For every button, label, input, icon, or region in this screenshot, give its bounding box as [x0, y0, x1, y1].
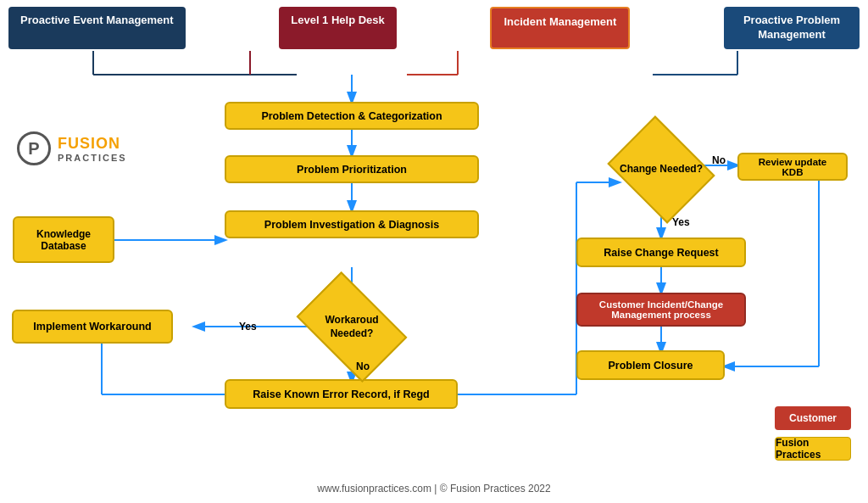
process-prioritization: Problem Prioritization [225, 155, 479, 183]
process-raise-known-error: Raise Known Error Record, if Regd [225, 379, 458, 409]
diamond-workaround: Workaroud Needed? [305, 295, 398, 359]
fusion-main-text: FUSION [58, 135, 127, 153]
swimlane-label-level1: Level 1 Help Desk [279, 7, 397, 49]
label-yes-workaround: Yes [239, 321, 257, 333]
fusion-sub-text: PRACTICES [58, 153, 127, 163]
legend-item-customer: Customer [775, 406, 851, 430]
footer: www.fusionpractices.com | © Fusion Pract… [0, 483, 868, 495]
label-no-change: No [712, 154, 726, 166]
diagram-container: Proactive Event Management Level 1 Help … [0, 0, 868, 503]
legend-box-customer: Customer [775, 406, 851, 430]
fusion-logo: P FUSION PRACTICES [17, 131, 127, 165]
process-implement-workaround: Implement Workaround [12, 310, 173, 344]
legend-item-fusion: Fusion Practices [775, 437, 851, 461]
process-detection: Problem Detection & Categorization [225, 102, 479, 130]
swimlane-label-incident: Incident Management [490, 7, 630, 49]
label-no-workaround: No [356, 360, 370, 372]
swimlane-label-proactive-event: Proactive Event Management [8, 7, 186, 49]
fusion-logo-icon: P [17, 131, 51, 165]
header-bar: Proactive Event Management Level 1 Help … [0, 7, 868, 49]
process-problem-closure: Problem Closure [576, 350, 725, 380]
knowledge-database-box: Knowledge Database [13, 216, 114, 263]
legend: Customer Fusion Practices [775, 406, 851, 461]
legend-box-fusion: Fusion Practices [775, 437, 851, 461]
label-yes-change: Yes [672, 216, 690, 228]
footer-text: www.fusionpractices.com | © Fusion Pract… [317, 483, 550, 495]
swimlane-label-proactive-problem: Proactive Problem Management [724, 7, 860, 49]
diamond-change-text: Change Needed? [620, 163, 703, 176]
fusion-logo-text: FUSION PRACTICES [58, 135, 127, 163]
process-investigation: Problem Investigation & Diagnosis [225, 210, 479, 238]
diamond-workaround-text: Workaroud Needed? [305, 314, 398, 340]
process-raise-change-request: Raise Change Request [576, 238, 746, 267]
diamond-change: Change Needed? [619, 136, 704, 204]
process-review-kdb: Review update KDB [737, 153, 848, 181]
process-customer-incident: Customer Incident/Change Management proc… [576, 293, 746, 327]
